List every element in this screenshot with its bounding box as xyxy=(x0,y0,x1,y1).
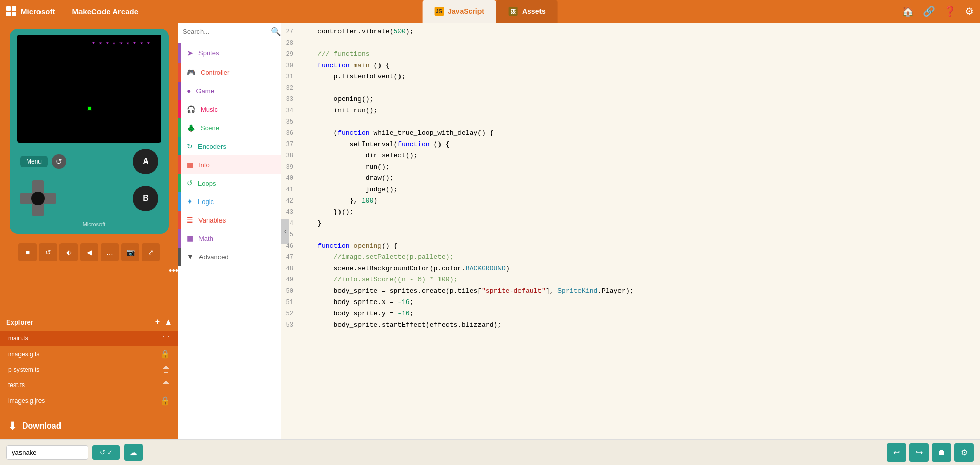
file-name-images-jres: images.g.jres xyxy=(8,397,45,405)
file-item-test[interactable]: test.ts 🗑 xyxy=(0,377,178,393)
block-item-info[interactable]: ▦ Info xyxy=(178,155,281,174)
code-line-43: 43 })(); xyxy=(281,207,980,218)
tab-assets[interactable]: 🖼 Assets xyxy=(496,0,558,23)
home-icon[interactable]: 🏠 xyxy=(902,5,914,17)
explorer-collapse-icon[interactable]: ▲ xyxy=(164,317,172,327)
slow-button[interactable]: ⬖ xyxy=(59,243,78,261)
button-a[interactable]: A xyxy=(133,149,158,174)
line-content xyxy=(302,38,974,49)
line-number: 49 xyxy=(281,275,302,285)
line-number: 40 xyxy=(281,173,302,184)
download-more-button[interactable]: ••• xyxy=(169,266,178,276)
more-button[interactable]: … xyxy=(101,243,119,261)
line-number: 50 xyxy=(281,286,302,296)
file-name-test: test.ts xyxy=(8,381,25,389)
line-number: 30 xyxy=(281,60,302,71)
code-line-50: 50 body_sprite = sprites.create(p.tiles[… xyxy=(281,286,980,297)
cloud-button[interactable]: ☁ xyxy=(124,444,143,461)
code-line-32: 32 xyxy=(281,83,980,94)
download-button[interactable]: ⬇ Download xyxy=(0,413,178,439)
dpad[interactable] xyxy=(20,180,56,216)
block-label-sprites: Sprites xyxy=(198,49,219,57)
share-icon[interactable]: 🔗 xyxy=(923,5,935,17)
code-line-47: 47 //image.setPalette(p.pallete); xyxy=(281,252,980,264)
dpad-controls: B xyxy=(16,178,163,218)
file-item-main[interactable]: main.ts 🗑 xyxy=(0,331,178,346)
save-button[interactable]: ↺ ✓ xyxy=(92,445,120,460)
line-number: 39 xyxy=(281,162,302,172)
screenshot-button[interactable]: 📷 xyxy=(121,243,139,261)
file-name-images-g: images.g.ts xyxy=(8,351,39,358)
line-content: }, 100) xyxy=(302,196,974,207)
block-item-math[interactable]: ▦ Math xyxy=(178,229,281,248)
settings-button[interactable]: ⚙ xyxy=(954,443,974,462)
stop-button[interactable]: ■ xyxy=(18,243,37,261)
sprites-icon: ➤ xyxy=(187,48,193,58)
file-item-images-g[interactable]: images.g.ts 🔒 xyxy=(0,346,178,362)
file-item-images-jres[interactable]: images.g.jres 🔒 xyxy=(0,393,178,409)
menu-button[interactable]: Menu xyxy=(20,156,48,167)
restart-button[interactable]: ↺ xyxy=(39,243,57,261)
top-nav: Microsoft MakeCode Arcade JS JavaScript … xyxy=(0,0,980,23)
block-label-loops: Loops xyxy=(198,179,216,187)
line-number: 43 xyxy=(281,207,302,217)
project-name-input[interactable] xyxy=(6,445,88,460)
code-line-39: 39 run(); xyxy=(281,162,980,173)
block-list: ➤ Sprites 🎮 Controller ● Game 🎧 Music 🌲 … xyxy=(178,41,281,439)
block-item-sprites[interactable]: ➤ Sprites xyxy=(178,43,281,63)
undo-button[interactable]: ↩ xyxy=(887,443,906,462)
line-number: 38 xyxy=(281,151,302,161)
block-label-game: Game xyxy=(196,87,214,95)
game-device: * * * * * * * * * ▣ Menu ↺ A xyxy=(10,29,169,234)
code-line-31: 31 p.listenToEvent(); xyxy=(281,72,980,83)
fullscreen-button[interactable]: ⤢ xyxy=(142,243,160,261)
block-label-music: Music xyxy=(201,106,218,113)
file-delete-test-icon[interactable]: 🗑 xyxy=(162,380,170,390)
explorer-title: Explorer xyxy=(6,318,33,326)
block-item-game[interactable]: ● Game xyxy=(178,82,281,100)
code-line-34: 34 init_run(); xyxy=(281,106,980,117)
block-item-encoders[interactable]: ↻ Encoders xyxy=(178,137,281,155)
file-delete-psystem-icon[interactable]: 🗑 xyxy=(162,365,170,374)
help-icon[interactable]: ❓ xyxy=(944,5,956,17)
settings-icon[interactable]: ⚙ xyxy=(965,5,974,17)
line-number: 52 xyxy=(281,309,302,319)
search-icon[interactable]: 🔍 xyxy=(271,27,281,36)
line-number: 28 xyxy=(281,38,302,48)
code-editor[interactable]: 27 controller.vibrate(500); 28 29 /// fu… xyxy=(281,23,980,439)
redo-button[interactable]: ↪ xyxy=(909,443,929,462)
block-item-advanced[interactable]: ▼ Advanced xyxy=(178,248,281,266)
download-label: Download xyxy=(22,421,61,431)
line-content: body_sprite.x = -16; xyxy=(302,297,974,308)
block-item-controller[interactable]: 🎮 Controller xyxy=(178,63,281,82)
math-icon: ▦ xyxy=(187,234,193,242)
advanced-chevron-icon: ▼ xyxy=(187,253,194,261)
record-button[interactable]: ⏺ xyxy=(932,443,951,462)
block-item-variables[interactable]: ☰ Variables xyxy=(178,211,281,229)
file-item-psystem[interactable]: p-system.ts 🗑 xyxy=(0,362,178,377)
line-content xyxy=(302,117,974,128)
line-content: //info.setScore((n - 6) * 100); xyxy=(302,275,974,286)
line-content: body_sprite.startEffect(effects.blizzard… xyxy=(302,320,974,331)
back-button[interactable]: ◀ xyxy=(80,243,98,261)
button-b[interactable]: B xyxy=(133,186,158,211)
explorer-header: Explorer + ▲ xyxy=(0,313,178,331)
line-number: 34 xyxy=(281,106,302,116)
line-content xyxy=(302,230,974,240)
block-item-loops[interactable]: ↺ Loops xyxy=(178,174,281,192)
line-content xyxy=(302,83,974,94)
explorer-panel: Explorer + ▲ main.ts 🗑 images.g.ts 🔒 p-s… xyxy=(0,313,178,409)
line-content: setInterval(function () { xyxy=(302,139,974,150)
dpad-area xyxy=(20,180,56,216)
file-delete-main-icon[interactable]: 🗑 xyxy=(162,334,170,343)
block-item-logic[interactable]: ✦ Logic xyxy=(178,192,281,211)
search-input[interactable] xyxy=(183,28,269,35)
collapse-panel-handle[interactable]: ‹ xyxy=(281,219,289,244)
explorer-add-icon[interactable]: + xyxy=(155,317,160,327)
tab-javascript[interactable]: JS JavaScript xyxy=(422,0,496,23)
block-item-scene[interactable]: 🌲 Scene xyxy=(178,118,281,137)
code-line-35: 35 xyxy=(281,117,980,128)
block-item-music[interactable]: 🎧 Music xyxy=(178,100,281,118)
file-list: main.ts 🗑 images.g.ts 🔒 p-system.ts 🗑 te… xyxy=(0,331,178,409)
refresh-button[interactable]: ↺ xyxy=(52,154,66,169)
